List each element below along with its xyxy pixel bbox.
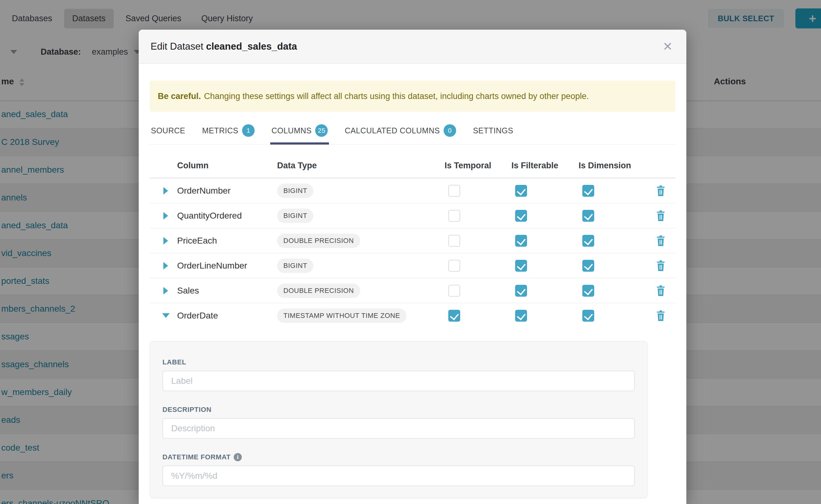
is-dimension-checkbox-checked[interactable] bbox=[582, 310, 594, 322]
tab-source[interactable]: SOURCE bbox=[150, 120, 186, 144]
tab-count-badge: 0 bbox=[444, 124, 456, 137]
delete-column-trash-icon[interactable] bbox=[645, 185, 676, 196]
modal-header: Edit Dataset cleaned_sales_data ✕ bbox=[139, 30, 686, 64]
column-name: Sales bbox=[177, 286, 277, 296]
is-filterable-checkbox-checked[interactable] bbox=[515, 210, 527, 222]
label-field-group: LABEL bbox=[162, 358, 635, 391]
tab-settings[interactable]: SETTINGS bbox=[472, 120, 515, 144]
warning-banner: Be careful. Changing these settings will… bbox=[150, 81, 675, 112]
is-temporal-checkbox-unchecked[interactable] bbox=[448, 235, 460, 247]
is-temporal-checkbox-unchecked[interactable] bbox=[448, 260, 460, 272]
column-name: QuantityOrdered bbox=[177, 211, 277, 221]
delete-column-trash-icon[interactable] bbox=[645, 310, 676, 321]
is-filterable-checkbox-checked[interactable] bbox=[515, 260, 527, 272]
expand-caret-icon[interactable] bbox=[163, 212, 168, 220]
label-input[interactable] bbox=[162, 371, 635, 391]
warning-bold: Be careful. bbox=[158, 91, 201, 101]
tab-label: SOURCE bbox=[151, 126, 185, 135]
delete-column-trash-icon[interactable] bbox=[645, 260, 676, 271]
is-dimension-checkbox-checked[interactable] bbox=[582, 210, 594, 222]
datetime-format-field-group: DATETIME FORMAT bbox=[162, 453, 635, 486]
expand-caret-icon[interactable] bbox=[163, 287, 168, 294]
close-icon[interactable]: ✕ bbox=[661, 40, 675, 53]
tab-label: CALCULATED COLUMNS bbox=[344, 126, 440, 135]
description-field-label: DESCRIPTION bbox=[162, 406, 635, 414]
column-editor-panel: LABEL DESCRIPTION DATETIME FORMAT bbox=[150, 341, 648, 498]
collapse-caret-icon[interactable] bbox=[162, 313, 170, 318]
modal-title: Edit Dataset cleaned_sales_data bbox=[151, 41, 297, 52]
is-dimension-checkbox-checked[interactable] bbox=[582, 285, 594, 297]
column-name: OrderNumber bbox=[177, 186, 277, 196]
datetime-format-input[interactable] bbox=[162, 466, 635, 486]
modal-tabs: SOURCEMETRICS1COLUMNS25CALCULATED COLUMN… bbox=[150, 120, 675, 145]
description-input[interactable] bbox=[162, 418, 635, 439]
modal-dataset-name: cleaned_sales_data bbox=[206, 41, 297, 52]
is-temporal-checkbox-checked[interactable] bbox=[448, 310, 460, 322]
data-type-pill: DOUBLE PRECISION bbox=[277, 284, 360, 298]
column-name: PriceEach bbox=[177, 236, 277, 246]
column-name: OrderDate bbox=[177, 311, 277, 321]
is-dimension-checkbox-checked[interactable] bbox=[582, 235, 594, 247]
modal-title-prefix: Edit Dataset bbox=[151, 41, 203, 52]
expand-caret-icon[interactable] bbox=[163, 262, 168, 269]
column-row-sales: SalesDOUBLE PRECISION bbox=[150, 278, 675, 303]
delete-column-trash-icon[interactable] bbox=[645, 285, 676, 296]
datetime-format-field-label: DATETIME FORMAT bbox=[162, 453, 635, 461]
data-type-pill: DOUBLE PRECISION bbox=[277, 234, 360, 248]
screen: DatabasesDatasetsSaved QueriesQuery Hist… bbox=[0, 0, 821, 504]
delete-column-trash-icon[interactable] bbox=[645, 235, 676, 246]
edit-dataset-modal: Edit Dataset cleaned_sales_data ✕ Be car… bbox=[139, 30, 686, 504]
data-type-pill: BIGINT bbox=[277, 184, 313, 198]
tab-label: COLUMNS bbox=[271, 126, 312, 135]
expand-caret-icon[interactable] bbox=[163, 187, 168, 195]
tab-metrics[interactable]: METRICS1 bbox=[201, 120, 256, 144]
tab-label: SETTINGS bbox=[473, 126, 513, 135]
column-header-is-dimension: Is Dimension bbox=[579, 161, 645, 170]
column-header-is-filterable: Is Filterable bbox=[512, 161, 579, 170]
description-field-group: DESCRIPTION bbox=[162, 406, 635, 439]
column-header-data-type: Data Type bbox=[277, 161, 445, 170]
tab-label: METRICS bbox=[202, 126, 238, 135]
column-row-ordernumber: OrderNumberBIGINT bbox=[150, 178, 675, 203]
is-filterable-checkbox-checked[interactable] bbox=[515, 310, 527, 322]
warning-text: Changing these settings will affect all … bbox=[204, 91, 589, 101]
column-row-priceeach: PriceEachDOUBLE PRECISION bbox=[150, 228, 675, 253]
tab-calculated-columns[interactable]: CALCULATED COLUMNS0 bbox=[343, 120, 457, 144]
label-field-label: LABEL bbox=[162, 358, 635, 366]
is-temporal-checkbox-unchecked[interactable] bbox=[448, 285, 460, 297]
is-dimension-checkbox-checked[interactable] bbox=[582, 260, 594, 272]
is-filterable-checkbox-checked[interactable] bbox=[515, 235, 527, 247]
data-type-pill: TIMESTAMP WITHOUT TIME ZONE bbox=[277, 309, 406, 323]
modal-body: Be careful. Changing these settings will… bbox=[139, 81, 686, 498]
delete-column-trash-icon[interactable] bbox=[645, 210, 676, 221]
is-filterable-checkbox-checked[interactable] bbox=[515, 185, 527, 197]
is-filterable-checkbox-checked[interactable] bbox=[515, 285, 527, 297]
column-row-orderlinenumber: OrderLineNumberBIGINT bbox=[150, 253, 675, 278]
is-temporal-checkbox-unchecked[interactable] bbox=[448, 210, 460, 222]
column-header-is-temporal: Is Temporal bbox=[445, 161, 512, 170]
is-temporal-checkbox-unchecked[interactable] bbox=[448, 185, 460, 197]
tab-columns[interactable]: COLUMNS25 bbox=[270, 120, 329, 144]
tab-count-badge: 25 bbox=[315, 124, 328, 137]
column-header-column: Column bbox=[177, 161, 277, 170]
expand-caret-icon[interactable] bbox=[163, 237, 168, 245]
columns-table: ColumnData TypeIs TemporalIs FilterableI… bbox=[150, 153, 675, 328]
columns-table-header: ColumnData TypeIs TemporalIs FilterableI… bbox=[150, 153, 675, 178]
data-type-pill: BIGINT bbox=[277, 259, 313, 273]
tab-count-badge: 1 bbox=[242, 124, 255, 137]
info-icon[interactable] bbox=[234, 453, 242, 461]
column-row-orderdate: OrderDateTIMESTAMP WITHOUT TIME ZONE bbox=[150, 303, 675, 328]
data-type-pill: BIGINT bbox=[277, 209, 313, 223]
is-dimension-checkbox-checked[interactable] bbox=[582, 185, 594, 197]
column-row-quantityordered: QuantityOrderedBIGINT bbox=[150, 203, 675, 228]
column-name: OrderLineNumber bbox=[177, 261, 277, 271]
